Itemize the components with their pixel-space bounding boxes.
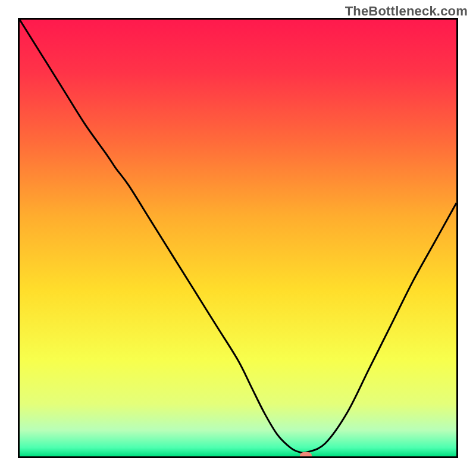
chart-container: TheBottleneck.com bbox=[0, 0, 476, 476]
watermark-text: TheBottleneck.com bbox=[345, 4, 468, 19]
bottleneck-curve bbox=[20, 20, 456, 456]
optimal-point-marker bbox=[300, 452, 312, 458]
plot-area bbox=[18, 18, 458, 458]
